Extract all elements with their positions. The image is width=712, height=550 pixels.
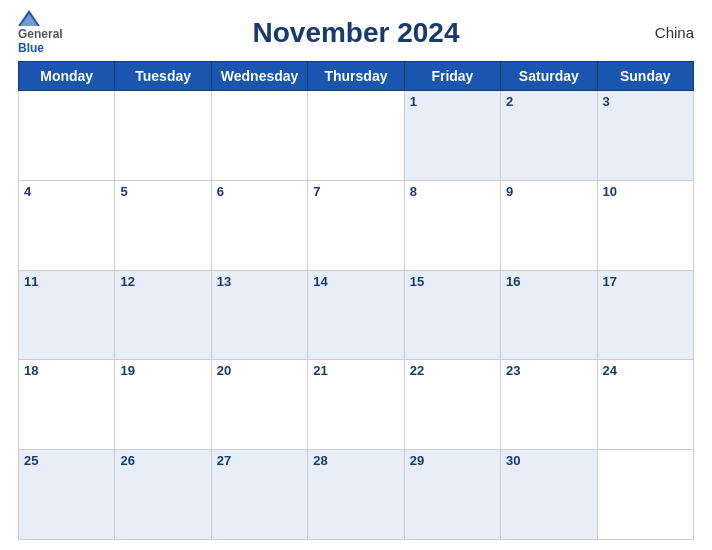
day-number: 19 <box>120 363 134 378</box>
day-header-friday: Friday <box>404 62 500 91</box>
days-header-row: MondayTuesdayWednesdayThursdayFridaySatu… <box>19 62 694 91</box>
day-number: 13 <box>217 274 231 289</box>
day-number: 10 <box>603 184 617 199</box>
calendar-day-cell: 16 <box>501 270 597 360</box>
day-header-wednesday: Wednesday <box>211 62 307 91</box>
day-number: 6 <box>217 184 224 199</box>
day-number: 2 <box>506 94 513 109</box>
calendar-header: General Blue November 2024 China <box>18 10 694 55</box>
day-number: 21 <box>313 363 327 378</box>
calendar-day-cell: 10 <box>597 180 693 270</box>
calendar-day-cell <box>19 91 115 181</box>
calendar-day-cell: 29 <box>404 450 500 540</box>
day-number: 24 <box>603 363 617 378</box>
calendar-day-cell <box>211 91 307 181</box>
day-header-tuesday: Tuesday <box>115 62 211 91</box>
calendar-day-cell: 28 <box>308 450 404 540</box>
calendar-day-cell: 8 <box>404 180 500 270</box>
calendar-day-cell: 1 <box>404 91 500 181</box>
calendar-day-cell <box>597 450 693 540</box>
day-number: 30 <box>506 453 520 468</box>
calendar-week-row: 45678910 <box>19 180 694 270</box>
day-header-monday: Monday <box>19 62 115 91</box>
calendar-day-cell: 26 <box>115 450 211 540</box>
calendar-day-cell: 30 <box>501 450 597 540</box>
calendar-day-cell: 5 <box>115 180 211 270</box>
calendar-week-row: 123 <box>19 91 694 181</box>
calendar-day-cell: 18 <box>19 360 115 450</box>
calendar-day-cell: 20 <box>211 360 307 450</box>
day-number: 16 <box>506 274 520 289</box>
logo-icon <box>18 10 40 26</box>
calendar-day-cell: 4 <box>19 180 115 270</box>
calendar-day-cell: 23 <box>501 360 597 450</box>
calendar-week-row: 18192021222324 <box>19 360 694 450</box>
calendar-day-cell: 12 <box>115 270 211 360</box>
day-number: 9 <box>506 184 513 199</box>
day-number: 25 <box>24 453 38 468</box>
day-number: 22 <box>410 363 424 378</box>
calendar-day-cell: 22 <box>404 360 500 450</box>
calendar-day-cell: 7 <box>308 180 404 270</box>
calendar-week-row: 252627282930 <box>19 450 694 540</box>
day-number: 8 <box>410 184 417 199</box>
calendar-day-cell: 14 <box>308 270 404 360</box>
day-number: 1 <box>410 94 417 109</box>
logo: General Blue <box>18 10 108 55</box>
day-number: 28 <box>313 453 327 468</box>
calendar-week-row: 11121314151617 <box>19 270 694 360</box>
calendar-day-cell <box>115 91 211 181</box>
country-label: China <box>604 24 694 41</box>
day-number: 20 <box>217 363 231 378</box>
calendar-day-cell: 19 <box>115 360 211 450</box>
logo-general-text: General <box>18 27 63 41</box>
calendar-day-cell: 2 <box>501 91 597 181</box>
calendar-day-cell: 17 <box>597 270 693 360</box>
month-title: November 2024 <box>108 17 604 49</box>
calendar-day-cell: 21 <box>308 360 404 450</box>
calendar-day-cell <box>308 91 404 181</box>
day-number: 7 <box>313 184 320 199</box>
calendar-day-cell: 11 <box>19 270 115 360</box>
day-number: 4 <box>24 184 31 199</box>
day-header-saturday: Saturday <box>501 62 597 91</box>
calendar-day-cell: 24 <box>597 360 693 450</box>
logo-blue-text: Blue <box>18 41 44 55</box>
day-number: 3 <box>603 94 610 109</box>
day-number: 23 <box>506 363 520 378</box>
day-header-sunday: Sunday <box>597 62 693 91</box>
day-number: 17 <box>603 274 617 289</box>
day-number: 18 <box>24 363 38 378</box>
day-number: 11 <box>24 274 38 289</box>
day-number: 14 <box>313 274 327 289</box>
day-number: 5 <box>120 184 127 199</box>
calendar-day-cell: 27 <box>211 450 307 540</box>
calendar-table: MondayTuesdayWednesdayThursdayFridaySatu… <box>18 61 694 540</box>
day-header-thursday: Thursday <box>308 62 404 91</box>
day-number: 15 <box>410 274 424 289</box>
calendar-day-cell: 13 <box>211 270 307 360</box>
day-number: 27 <box>217 453 231 468</box>
calendar-day-cell: 6 <box>211 180 307 270</box>
calendar-day-cell: 25 <box>19 450 115 540</box>
day-number: 26 <box>120 453 134 468</box>
calendar-day-cell: 15 <box>404 270 500 360</box>
calendar-day-cell: 3 <box>597 91 693 181</box>
day-number: 29 <box>410 453 424 468</box>
day-number: 12 <box>120 274 134 289</box>
calendar-day-cell: 9 <box>501 180 597 270</box>
